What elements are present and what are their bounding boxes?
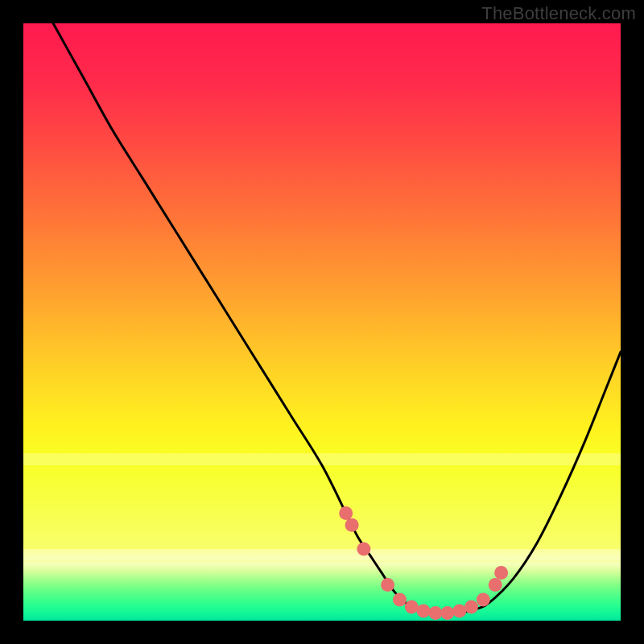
threshold-dot	[381, 578, 394, 592]
watermark-text: TheBottleneck.com	[481, 3, 636, 24]
threshold-dot	[440, 606, 454, 620]
threshold-dot	[452, 605, 466, 618]
outer-frame: TheBottleneck.com	[0, 0, 644, 644]
threshold-dot	[429, 606, 443, 620]
chart-svg	[23, 23, 621, 621]
threshold-dot	[489, 578, 502, 592]
threshold-dot	[345, 518, 359, 532]
threshold-dot	[464, 600, 478, 613]
threshold-dot	[393, 593, 407, 607]
threshold-dot	[405, 600, 419, 613]
threshold-dot	[357, 543, 370, 556]
plot-area	[23, 23, 621, 621]
threshold-dot	[494, 566, 508, 580]
threshold-dot	[339, 506, 353, 520]
threshold-dot	[417, 605, 431, 618]
gradient-background	[23, 23, 621, 621]
threshold-dot	[477, 593, 490, 607]
